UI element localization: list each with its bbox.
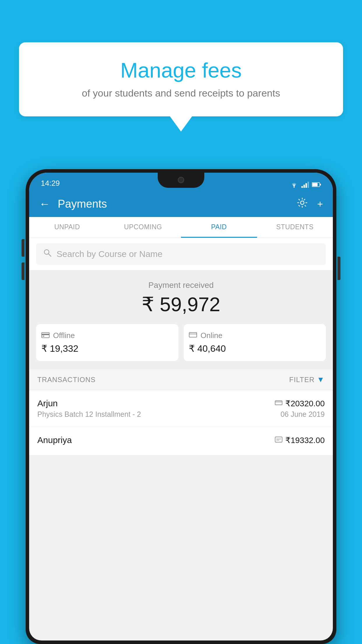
offline-payment-card: Offline ₹ 19,332: [36, 324, 178, 361]
svg-point-0: [294, 187, 295, 188]
tab-paid[interactable]: PAID: [181, 217, 257, 238]
online-card-header: Online: [189, 331, 321, 340]
speech-bubble-arrow: [170, 116, 192, 132]
svg-rect-12: [42, 334, 49, 335]
svg-rect-18: [275, 437, 282, 442]
phone-frame: 14:29: [26, 169, 336, 644]
back-button[interactable]: ←: [37, 196, 52, 212]
svg-rect-7: [320, 184, 321, 186]
online-payment-card: Online ₹ 40,640: [184, 324, 326, 361]
payment-received-label: Payment received: [36, 281, 326, 290]
transaction-row-top: Anupriya ₹19332.00: [37, 435, 325, 445]
transaction-name: Anupriya: [37, 435, 72, 445]
svg-rect-4: [307, 182, 309, 188]
page-title: Payments: [58, 198, 289, 210]
offline-card-header: Offline: [41, 331, 173, 340]
svg-rect-2: [303, 185, 305, 188]
offline-amount: ₹ 19,332: [41, 343, 173, 354]
status-time: 14:29: [41, 179, 60, 188]
transaction-payment-icon: [275, 437, 282, 444]
transaction-row[interactable]: Arjun ₹20320.00 Physics Batch 12 Install…: [29, 390, 333, 427]
svg-rect-6: [312, 183, 318, 186]
speech-bubble-title: Manage fees: [36, 58, 326, 82]
search-input[interactable]: Search by Course or Name: [57, 249, 163, 259]
svg-rect-16: [275, 401, 282, 405]
transactions-header: TRANSACTIONS FILTER ▼: [29, 369, 333, 390]
transaction-amount: ₹20320.00: [285, 399, 325, 408]
volume-up-button: [22, 239, 24, 257]
phone-camera: [178, 177, 184, 183]
phone-notch: [158, 173, 204, 188]
transaction-row-bottom: Physics Batch 12 Installment - 2 06 June…: [37, 410, 325, 419]
transaction-amount-row: ₹19332.00: [275, 435, 325, 445]
volume-down-button: [22, 262, 24, 280]
search-container: Search by Course or Name: [29, 238, 333, 270]
tabs-bar: UNPAID UPCOMING PAID STUDENTS: [29, 217, 333, 238]
svg-rect-14: [189, 332, 197, 337]
phone-screen: 14:29: [29, 173, 333, 640]
transaction-amount-row: ₹20320.00: [275, 399, 325, 408]
payment-received-section: Payment received ₹ 59,972 Offline: [29, 270, 333, 369]
speech-bubble-container: Manage fees of your students and send re…: [19, 42, 343, 132]
power-button: [338, 257, 340, 280]
transaction-row[interactable]: Anupriya ₹19332.00: [29, 427, 333, 455]
filter-icon: ▼: [317, 375, 325, 384]
filter-button[interactable]: FILTER ▼: [289, 375, 325, 384]
transaction-course: Physics Batch 12 Installment - 2: [37, 410, 141, 419]
svg-rect-1: [301, 186, 303, 188]
online-icon: [189, 331, 197, 340]
svg-line-10: [48, 254, 51, 256]
tab-upcoming[interactable]: UPCOMING: [105, 217, 181, 238]
transaction-amount: ₹19332.00: [285, 435, 325, 445]
app-bar: ← Payments +: [29, 191, 333, 217]
battery-icon: [312, 182, 321, 187]
signal-icon: [301, 181, 309, 188]
tab-unpaid[interactable]: UNPAID: [29, 217, 105, 238]
online-amount: ₹ 40,640: [189, 343, 321, 354]
transaction-row-top: Arjun ₹20320.00: [37, 398, 325, 408]
svg-point-8: [301, 201, 304, 204]
svg-rect-3: [305, 183, 307, 188]
status-icons: [290, 181, 321, 188]
settings-button[interactable]: [295, 195, 310, 212]
speech-bubble-subtitle: of your students and send receipts to pa…: [36, 88, 326, 99]
transaction-name: Arjun: [37, 398, 58, 408]
tab-students[interactable]: STUDENTS: [257, 217, 333, 238]
svg-rect-13: [43, 336, 44, 337]
wifi-icon: [290, 181, 298, 188]
search-box[interactable]: Search by Course or Name: [36, 243, 326, 265]
transaction-payment-icon: [275, 400, 282, 407]
payment-cards: Offline ₹ 19,332 Online: [36, 324, 326, 361]
add-button[interactable]: +: [315, 197, 325, 211]
payment-received-amount: ₹ 59,972: [36, 293, 326, 316]
offline-icon: [41, 331, 50, 340]
transaction-date: 06 June 2019: [280, 410, 325, 419]
speech-bubble: Manage fees of your students and send re…: [19, 42, 343, 116]
transactions-label: TRANSACTIONS: [37, 376, 96, 384]
search-icon: [43, 249, 52, 260]
